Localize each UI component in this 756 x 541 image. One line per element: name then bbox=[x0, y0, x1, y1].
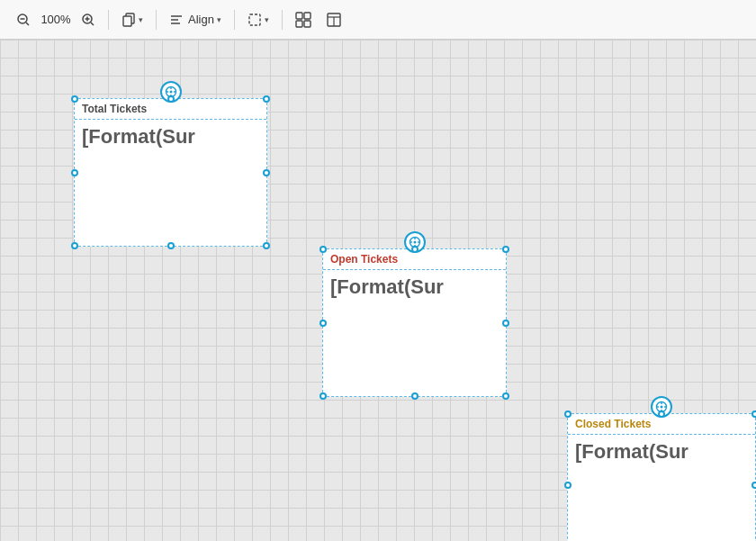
handle-tr-2[interactable] bbox=[502, 246, 509, 253]
svg-rect-14 bbox=[304, 13, 310, 19]
copy-chevron: ▾ bbox=[139, 15, 143, 24]
align-button[interactable]: Align ▾ bbox=[164, 9, 227, 31]
open-tickets-widget[interactable]: Open Tickets [Format(Sur bbox=[322, 248, 507, 397]
align-label: Align bbox=[188, 13, 214, 26]
handle-tr[interactable] bbox=[263, 95, 270, 103]
handle-bm[interactable] bbox=[167, 242, 175, 249]
handle-br-2[interactable] bbox=[502, 392, 509, 400]
handle-bm-2[interactable] bbox=[411, 392, 418, 400]
handle-mr-3[interactable] bbox=[752, 482, 756, 489]
handle-tl-2[interactable] bbox=[320, 246, 327, 253]
handle-bl-2[interactable] bbox=[320, 392, 327, 400]
handle-tm[interactable] bbox=[167, 95, 175, 103]
svg-rect-16 bbox=[304, 21, 310, 27]
svg-rect-12 bbox=[249, 14, 260, 25]
component-icon bbox=[326, 12, 342, 28]
svg-line-6 bbox=[91, 23, 94, 25]
zoom-in-button[interactable] bbox=[76, 9, 101, 31]
zoom-out-icon bbox=[16, 13, 31, 27]
handle-ml[interactable] bbox=[71, 169, 78, 176]
handle-mr-2[interactable] bbox=[502, 320, 509, 327]
copy-button[interactable]: ▾ bbox=[116, 9, 148, 31]
widget-icon-button[interactable] bbox=[290, 8, 317, 32]
svg-rect-15 bbox=[296, 21, 302, 27]
zoom-out-button[interactable] bbox=[11, 9, 36, 31]
separator-2 bbox=[156, 10, 157, 30]
open-tickets-value: [Format(Sur bbox=[323, 270, 506, 304]
handle-mr[interactable] bbox=[263, 169, 270, 176]
svg-point-31 bbox=[413, 241, 416, 244]
widget-icon bbox=[295, 12, 311, 28]
handle-bl[interactable] bbox=[71, 242, 78, 249]
align-chevron: ▾ bbox=[217, 15, 221, 24]
handle-ml-3[interactable] bbox=[564, 482, 572, 489]
svg-line-2 bbox=[26, 23, 29, 25]
handle-br[interactable] bbox=[263, 242, 270, 249]
component-icon-button[interactable] bbox=[320, 8, 347, 32]
handle-tr-3[interactable] bbox=[752, 410, 756, 418]
toolbar: 100% ▾ Align ▾ ▾ bbox=[0, 0, 756, 40]
svg-point-37 bbox=[661, 406, 663, 409]
total-tickets-widget[interactable]: Total Tickets [Format(Sur bbox=[74, 98, 267, 247]
zoom-value: 100% bbox=[40, 13, 72, 26]
canvas: Total Tickets [Format(Sur Open Tickets [… bbox=[0, 40, 756, 541]
svg-point-25 bbox=[169, 91, 172, 94]
zoom-in-icon bbox=[81, 13, 95, 27]
svg-rect-8 bbox=[123, 16, 131, 26]
separator-3 bbox=[234, 10, 235, 30]
handle-tm-3[interactable] bbox=[658, 410, 665, 418]
svg-rect-13 bbox=[296, 13, 302, 19]
select-icon bbox=[248, 13, 262, 27]
align-icon bbox=[169, 13, 184, 27]
handle-tl[interactable] bbox=[71, 95, 78, 103]
handle-tm-2[interactable] bbox=[411, 246, 418, 253]
handle-ml-2[interactable] bbox=[320, 320, 327, 327]
select-button[interactable]: ▾ bbox=[242, 9, 274, 31]
copy-icon bbox=[122, 13, 136, 27]
separator-4 bbox=[282, 10, 283, 30]
separator-1 bbox=[108, 10, 109, 30]
handle-tl-3[interactable] bbox=[564, 410, 572, 418]
select-chevron: ▾ bbox=[265, 15, 269, 24]
total-tickets-value: [Format(Sur bbox=[75, 120, 266, 154]
closed-tickets-value: [Format(Sur bbox=[568, 435, 755, 469]
closed-tickets-widget[interactable]: Closed Tickets [Format(Sur bbox=[567, 413, 756, 541]
